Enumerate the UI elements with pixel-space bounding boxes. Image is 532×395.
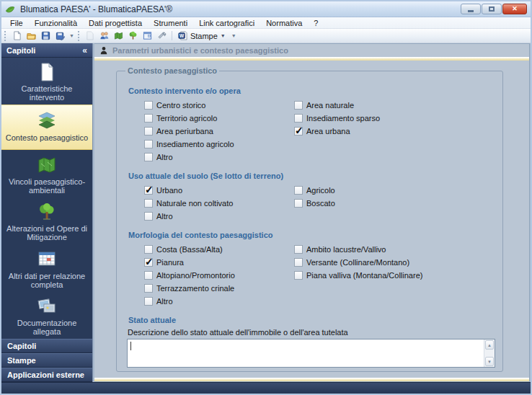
map-layers-icon — [36, 110, 58, 131]
close-icon: ✕ — [512, 6, 518, 12]
sidebar: Capitoli « Caratteristiche intervento Co… — [1, 43, 93, 382]
stampe-button[interactable]: W Stampe ▼ — [174, 30, 229, 41]
checkbox-row-area-periurbana[interactable]: Area periurbana — [144, 125, 294, 138]
minimize-button[interactable] — [461, 4, 481, 14]
leaf-icon — [5, 4, 17, 14]
checkbox-row-insediamento-sparso[interactable]: Insediamento sparso — [294, 112, 495, 125]
checkbox[interactable] — [144, 114, 153, 123]
checkbox-label: Territorio agricolo — [156, 114, 217, 123]
toolbar-grip[interactable] — [4, 31, 6, 41]
sidebar-item-vincoli[interactable]: Vincoli paesaggistico-ambientali — [1, 150, 92, 197]
checkbox-row-terrazzamento[interactable]: Terrazzamento crinale — [144, 282, 294, 295]
menu-strumenti[interactable]: Strumenti — [148, 18, 193, 28]
menu-help[interactable]: ? — [308, 18, 324, 28]
checkbox-row-centro-storico[interactable]: Centro storico — [144, 99, 294, 112]
checkbox-label: Pianura — [156, 258, 184, 267]
checkbox-row-altro-3[interactable]: Altro — [144, 295, 294, 308]
scroll-down-icon[interactable]: ▼ — [485, 357, 494, 366]
checkbox-row-naturale-non-coltivato[interactable]: Naturale non coltivato — [144, 197, 294, 210]
sidebar-section-capitoli[interactable]: Capitoli — [1, 339, 92, 353]
checkbox-row-area-urbana[interactable]: Area urbana — [294, 125, 495, 138]
maximize-button[interactable] — [482, 4, 502, 14]
sidebar-item-label: Caratteristiche intervento — [5, 84, 89, 102]
checkbox[interactable] — [294, 101, 303, 110]
menu-file[interactable]: File — [4, 18, 29, 28]
checkbox[interactable] — [294, 186, 303, 195]
window-button[interactable] — [141, 30, 155, 42]
checkbox[interactable] — [144, 127, 153, 136]
checkbox[interactable] — [294, 258, 303, 267]
save-as-button[interactable] — [53, 30, 67, 42]
sidebar-item-caratteristiche-intervento[interactable]: Caratteristiche intervento — [1, 58, 92, 105]
sidebar-item-documentazione[interactable]: Documentazione allegata — [1, 292, 92, 339]
checkbox-row-altro-1[interactable]: Altro — [144, 151, 294, 164]
sidebar-item-altri-dati[interactable]: Altri dati per relazione completa — [1, 244, 92, 291]
sidebar-item-label: Contesto paesaggistico — [6, 133, 88, 142]
new-document-button[interactable] — [9, 30, 24, 42]
stato-attuale-textarea[interactable]: ▲ ▼ — [127, 339, 495, 368]
toolbar-separator — [172, 31, 172, 40]
checkbox-row-agricolo[interactable]: Agricolo — [294, 184, 495, 197]
scroll-up-icon[interactable]: ▲ — [485, 340, 494, 350]
sidebar-item-alterazioni[interactable]: Alterazioni ed Opere di Mitigazione — [1, 198, 92, 244]
sidebar-section-stampe[interactable]: Stampe — [1, 353, 92, 368]
tools-button[interactable] — [155, 30, 169, 42]
sidebar-section-applicazioni-esterne[interactable]: Applicazioni esterne — [1, 368, 92, 382]
checkbox-grid: Costa (Bassa/Alta) Pianura Altopiano/Pro… — [124, 243, 495, 308]
checkbox[interactable] — [144, 140, 153, 148]
menu-dati-progettista[interactable]: Dati progettista — [83, 18, 148, 28]
checkbox[interactable] — [144, 258, 153, 267]
collapse-sidebar-button[interactable]: « — [82, 45, 87, 56]
textarea-scrollbar[interactable]: ▲ ▼ — [484, 339, 495, 367]
menu-normativa[interactable]: Normativa — [260, 18, 308, 28]
checkbox[interactable] — [294, 199, 303, 208]
checkbox[interactable] — [294, 127, 303, 136]
users-button[interactable] — [97, 30, 112, 42]
sidebar-bottom-sections: Capitoli Stampe Applicazioni esterne — [1, 339, 92, 382]
menu-funzionalita[interactable]: Funzionalità — [29, 18, 83, 28]
checkbox-row-urbano[interactable]: Urbano — [144, 184, 294, 197]
page-disabled-button[interactable] — [83, 30, 97, 42]
checkbox-row-altopiano[interactable]: Altopiano/Promontorio — [144, 269, 294, 282]
checkbox-row-costa[interactable]: Costa (Bassa/Alta) — [144, 243, 294, 256]
checkbox[interactable] — [144, 271, 153, 280]
checkbox-row-boscato[interactable]: Boscato — [294, 197, 495, 210]
stampe-label: Stampe — [190, 32, 218, 40]
checkbox[interactable] — [144, 153, 153, 161]
toolbar-overflow-icon[interactable]: ▼ — [229, 33, 239, 38]
main-panel-header: Parametri urbanistici e contesto paesagg… — [94, 44, 529, 57]
open-button[interactable] — [24, 30, 38, 42]
checkbox[interactable] — [144, 212, 153, 221]
section-heading-stato-attuale: Stato attuale — [128, 316, 495, 324]
checkbox[interactable] — [144, 297, 153, 306]
checkbox[interactable] — [144, 245, 153, 254]
checkbox[interactable] — [144, 186, 153, 195]
users-icon — [99, 31, 109, 40]
checkbox-row-pianura[interactable]: Pianura — [144, 256, 294, 269]
checkbox-row-territorio-agricolo[interactable]: Territorio agricolo — [144, 112, 294, 125]
checkbox[interactable] — [294, 271, 303, 280]
checkbox[interactable] — [294, 245, 303, 254]
sidebar-item-contesto-paesaggistico[interactable]: Contesto paesaggistico — [1, 105, 92, 150]
checkbox-row-ambito-lacustre[interactable]: Ambito lacustre/Vallivo — [294, 243, 495, 256]
save-button[interactable] — [38, 30, 53, 42]
checkbox-row-versante[interactable]: Versante (Collinare/Montano) — [294, 256, 495, 269]
menu-link-cartografici[interactable]: Link cartografici — [193, 18, 260, 28]
checkbox-label: Piana valliva (Montana/Collinare) — [306, 271, 422, 280]
checkbox[interactable] — [144, 199, 153, 208]
new-document-icon — [12, 31, 22, 40]
checkbox-row-insediamento-agricolo[interactable]: Insediamento agricolo — [144, 138, 294, 151]
toolbar-overflow-icon[interactable]: ▼ — [67, 33, 76, 38]
data-table-icon — [36, 249, 58, 269]
checkbox-row-piana-valliva[interactable]: Piana valliva (Montana/Collinare) — [294, 269, 495, 282]
checkbox-row-area-naturale[interactable]: Area naturale — [294, 99, 495, 112]
checkbox[interactable] — [144, 101, 153, 110]
checkbox[interactable] — [294, 114, 303, 123]
checkbox-row-altro-2[interactable]: Altro — [144, 210, 294, 223]
toolbar-grip[interactable] — [78, 31, 80, 41]
tree-button[interactable] — [126, 30, 141, 42]
map-button[interactable] — [112, 30, 126, 42]
checkbox-grid: Urbano Naturale non coltivato Altro — [124, 184, 495, 223]
close-button[interactable]: ✕ — [502, 4, 527, 14]
checkbox[interactable] — [144, 284, 153, 293]
